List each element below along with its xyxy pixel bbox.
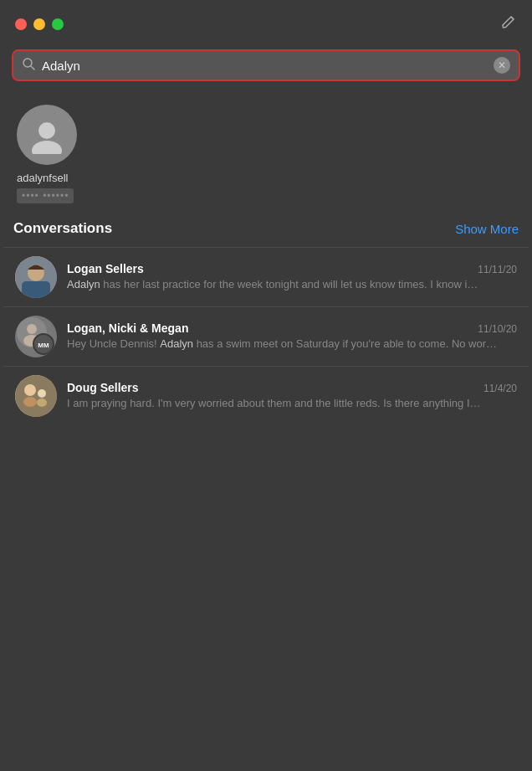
conversation-content: Doug Sellers 11/4/20 I am praying hard. … <box>67 381 517 411</box>
conversation-date: 11/4/20 <box>483 383 517 394</box>
highlighted-text: Adalyn <box>160 337 193 350</box>
conversation-name: Logan Sellers <box>67 262 144 275</box>
search-clear-button[interactable]: ✕ <box>494 57 510 74</box>
svg-point-8 <box>27 324 37 334</box>
conversation-preview: I am praying hard. I'm very worried abou… <box>67 397 517 411</box>
highlighted-text: Adalyn <box>67 278 100 290</box>
conversation-top-row: Doug Sellers 11/4/20 <box>67 381 517 394</box>
search-bar-wrapper: ✕ <box>0 43 532 91</box>
avatar <box>15 375 57 417</box>
search-bar: ✕ <box>12 49 520 81</box>
contact-avatar[interactable] <box>17 105 77 165</box>
conversation-content: Logan Sellers 11/11/20 Adalyn has her la… <box>67 262 517 292</box>
svg-point-14 <box>23 397 37 407</box>
window-buttons <box>15 18 64 30</box>
search-input[interactable] <box>42 59 487 73</box>
conversation-item[interactable]: Logan Sellers 11/11/20 Adalyn has her la… <box>3 247 529 306</box>
svg-rect-5 <box>22 281 50 298</box>
contact-result: adalynfsell •••• •••••• <box>0 91 532 220</box>
close-button[interactable] <box>15 18 27 30</box>
svg-point-15 <box>38 389 46 398</box>
svg-point-16 <box>37 398 47 407</box>
svg-point-3 <box>32 141 62 154</box>
conversation-item[interactable]: MM Logan, Nicki & Megan 11/10/20 Hey Unc… <box>3 306 529 366</box>
maximize-button[interactable] <box>52 18 64 30</box>
contact-username: adalynfsell <box>17 172 515 184</box>
svg-text:MM: MM <box>38 342 49 349</box>
svg-line-1 <box>31 66 34 69</box>
contact-phone: •••• •••••• <box>17 188 74 203</box>
compose-button[interactable] <box>500 13 517 34</box>
avatar <box>15 256 57 298</box>
conversation-name: Logan, Nicki & Megan <box>67 321 188 335</box>
svg-point-13 <box>24 384 36 396</box>
conversations-title: Conversations <box>13 220 112 237</box>
avatar: MM <box>15 316 57 357</box>
conversation-date: 11/10/20 <box>478 323 517 335</box>
conversation-name: Doug Sellers <box>67 381 139 394</box>
conversation-list: Logan Sellers 11/11/20 Adalyn has her la… <box>0 247 532 425</box>
conversation-preview: Hey Uncle Dennis! Adalyn has a swim meet… <box>67 337 517 352</box>
svg-point-2 <box>38 122 55 139</box>
conversations-header: Conversations Show More <box>0 220 532 247</box>
conversation-item[interactable]: Doug Sellers 11/4/20 I am praying hard. … <box>3 366 529 425</box>
minimize-button[interactable] <box>33 18 45 30</box>
title-bar <box>0 0 532 43</box>
svg-point-12 <box>15 375 57 417</box>
conversation-top-row: Logan, Nicki & Megan 11/10/20 <box>67 321 517 335</box>
search-icon <box>22 57 35 74</box>
clear-icon: ✕ <box>498 59 506 71</box>
conversation-top-row: Logan Sellers 11/11/20 <box>67 262 517 275</box>
conversation-preview: Adalyn has her last practice for the wee… <box>67 278 517 292</box>
conversation-content: Logan, Nicki & Megan 11/10/20 Hey Uncle … <box>67 321 517 352</box>
show-more-button[interactable]: Show More <box>455 222 519 236</box>
conversation-date: 11/11/20 <box>478 264 517 275</box>
